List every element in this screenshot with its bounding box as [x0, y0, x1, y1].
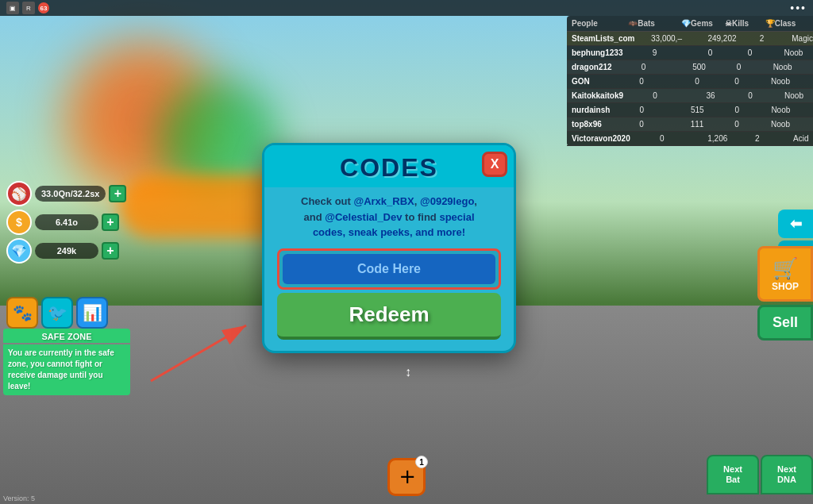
lb-kills: 0	[723, 63, 755, 71]
leaderboard-button[interactable]: 📊	[76, 297, 108, 329]
lb-kills: 0	[734, 91, 766, 100]
twitter-button[interactable]: 🐦	[41, 297, 73, 329]
lb-bats: 0	[630, 134, 694, 143]
lb-class: Noob	[753, 120, 808, 129]
lb-class: Noob	[755, 63, 811, 71]
lb-people: top8x96	[572, 120, 610, 129]
lb-kills: 0	[721, 120, 753, 129]
bat-item-button[interactable]: ✕ 1	[387, 458, 426, 496]
lb-class: Magical	[777, 34, 813, 43]
modal-description: Check out @Arxk_RBX, @0929lego, and @Cel…	[277, 194, 501, 240]
shop-button[interactable]: 🛒 SHOP	[757, 246, 813, 302]
lb-gems: 1,206	[694, 134, 742, 143]
bat-count-badge: 1	[415, 456, 428, 468]
roblox-icon: R	[22, 2, 35, 14]
next-bat-button[interactable]: NextBat	[707, 455, 759, 494]
coin-value: 6.41o	[35, 214, 98, 230]
shop-label: SHOP	[772, 281, 799, 292]
close-modal-button[interactable]: X	[482, 152, 507, 177]
lb-kills: 0	[721, 106, 753, 114]
lb-people: bephung1233	[572, 48, 622, 57]
table-row: Kaitokkaitok9 0 36 0 Noob	[567, 89, 813, 103]
coin-plus-button[interactable]: +	[102, 214, 119, 231]
lb-class: Noob	[766, 91, 813, 100]
modal-body: Check out @Arxk_RBX, @0929lego, and @Cel…	[264, 187, 514, 351]
top-bar: ▣ R 63 •••	[0, 0, 813, 16]
lb-class: Acid	[773, 134, 813, 143]
table-row: dragon212 0 500 0 Noob	[567, 60, 813, 75]
leaderboard: People 🦇Bats 💎Gems ☠Kills 🏆Class SteamLi…	[567, 16, 813, 146]
lb-people: SteamLists_com	[572, 34, 634, 43]
col-class: 🏆Class	[753, 19, 808, 28]
col-bats: 🦇Bats	[610, 19, 673, 28]
col-kills: ☠Kills	[721, 19, 753, 28]
next-bat-label: NextBat	[723, 464, 742, 485]
version-label: Version: 5	[3, 494, 35, 502]
lb-people: nurdainsh	[572, 106, 610, 114]
diamond-plus-button[interactable]: +	[102, 242, 119, 260]
lb-gems: 0	[686, 48, 734, 57]
table-row: bephung1233 9 0 0 Noob	[567, 46, 813, 60]
shop-sell-panel: 🛒 SHOP Sell	[757, 246, 813, 340]
lb-class: Noob	[753, 106, 808, 114]
bat-cross-icon: ✕	[394, 464, 418, 489]
table-row: top8x96 0 111 0 Noob	[567, 117, 813, 132]
lb-gems: 111	[673, 120, 721, 129]
safe-zone-text: You are currently in the safe zone, you …	[3, 344, 130, 395]
lb-gems: 0	[673, 77, 721, 86]
lb-people: GON	[572, 77, 610, 86]
baseball-icon: ⚾	[6, 181, 32, 206]
next-dna-label: NextDNA	[777, 464, 796, 485]
col-gems: 💎Gems	[673, 19, 721, 28]
lb-gems: 249,202	[698, 34, 746, 43]
lb-gems: 500	[676, 63, 723, 71]
diamond-stat-row: 💎 249k +	[6, 238, 126, 264]
lb-people: Victoravon2020	[572, 134, 630, 143]
lb-class: Noob	[765, 48, 813, 57]
lb-bats: 33,000,–	[634, 34, 698, 43]
code-input[interactable]	[283, 254, 495, 284]
lb-kills: 0	[734, 48, 765, 57]
action-buttons-row: 🐾 🐦 📊	[6, 297, 108, 329]
table-row: SteamLists_com 33,000,– 249,202 2 Magica…	[567, 32, 813, 46]
coin-stat-row: $ 6.41o +	[6, 210, 126, 235]
lb-bats: 9	[622, 48, 686, 57]
next-dna-button[interactable]: NextDNA	[761, 455, 813, 494]
pets-button[interactable]: 🐾	[6, 297, 38, 329]
redeem-button[interactable]: Redeem	[277, 293, 501, 340]
sell-label: Sell	[773, 314, 798, 331]
lb-bats: 0	[610, 77, 673, 86]
sell-button[interactable]: Sell	[757, 305, 813, 340]
table-row: GON 0 0 0 Noob	[567, 75, 813, 89]
lb-kills: 2	[742, 134, 773, 143]
lb-bats: 0	[623, 91, 687, 100]
baseball-plus-button[interactable]: +	[109, 185, 126, 202]
col-people: People	[572, 19, 610, 28]
menu-dots[interactable]: •••	[790, 2, 807, 14]
left-stats-panel: ⚾ 33.0Qn/32.2sx + $ 6.41o + 💎 249k +	[6, 181, 126, 264]
coin-icon: $	[6, 210, 32, 235]
code-input-wrapper	[277, 248, 501, 290]
top-bar-icons: ▣ R 63	[6, 2, 49, 14]
safe-zone-banner: SAFE ZONE	[3, 329, 130, 343]
window-icon: ▣	[6, 2, 19, 14]
table-row: Victoravon2020 0 1,206 2 Acid	[567, 132, 813, 146]
inventory-button[interactable]: ⬅	[778, 210, 813, 238]
lb-bats: 0	[610, 106, 673, 114]
leaderboard-rows: SteamLists_com 33,000,– 249,202 2 Magica…	[567, 32, 813, 146]
lb-kills: 2	[746, 34, 777, 43]
cart-icon: 🛒	[773, 256, 798, 281]
diamond-icon: 💎	[6, 238, 32, 264]
lb-gems: 515	[673, 106, 721, 114]
lb-bats: 0	[610, 120, 673, 129]
baseball-stat-row: ⚾ 33.0Qn/32.2sx +	[6, 181, 126, 206]
modal-header: CODES X	[264, 145, 514, 187]
lb-kills: 0	[721, 77, 753, 86]
notification-badge: 63	[38, 2, 49, 13]
lb-people: dragon212	[572, 63, 612, 71]
leaderboard-header: People 🦇Bats 💎Gems ☠Kills 🏆Class	[567, 16, 813, 32]
lb-bats: 0	[612, 63, 676, 71]
modal-title: CODES	[277, 153, 501, 183]
bottom-right-buttons: NextBat NextDNA	[707, 455, 813, 494]
table-row: nurdainsh 0 515 0 Noob	[567, 103, 813, 117]
